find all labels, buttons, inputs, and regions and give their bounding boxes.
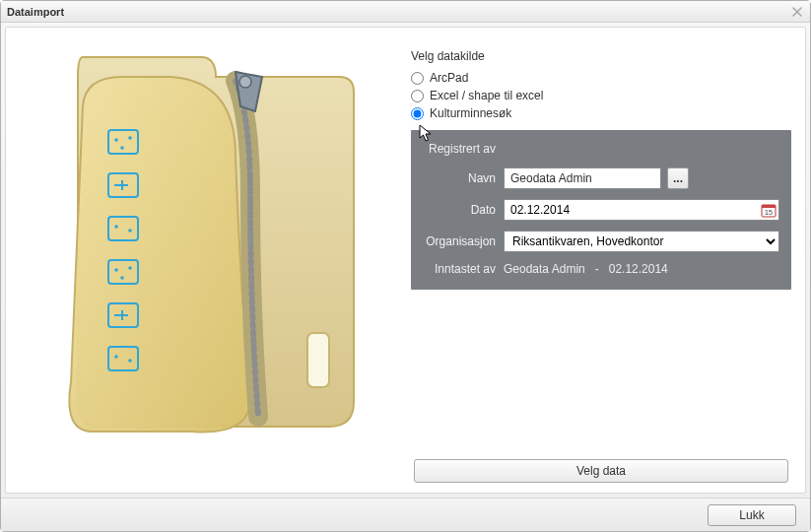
radio-kulturminnesok[interactable]: Kulturminnesøk [411,104,791,122]
calendar-icon[interactable]: 15 [761,202,777,218]
radio-arcpad-label: ArcPad [430,71,468,85]
svg-point-14 [128,266,132,270]
radio-arcpad-input[interactable] [411,72,424,85]
footer-bar: Lukk [1,498,810,531]
inntastet-label: Inntastet av [423,262,504,276]
dialog-window: Dataimport [0,0,811,532]
dato-field[interactable]: 15 [504,199,779,221]
navn-browse-button[interactable]: ... [667,167,689,189]
content-area: Velg datakilde ArcPad Excel / shape til … [5,27,806,494]
organisasjon-select[interactable]: Riksantikvaren, Hovedkontor [504,231,779,252]
radio-arcpad[interactable]: ArcPad [411,69,791,87]
lukk-button[interactable]: Lukk [708,504,796,526]
row-dato: Dato 15 [423,199,779,221]
svg-rect-0 [307,333,329,387]
svg-text:15: 15 [765,209,773,216]
radio-excel[interactable]: Excel / shape til excel [411,87,791,104]
radio-kulturminnesok-label: Kulturminnesøk [430,106,511,120]
cursor-icon [419,124,433,142]
radio-excel-input[interactable] [411,90,424,102]
svg-point-15 [120,276,124,280]
close-icon[interactable] [790,5,804,19]
svg-point-12 [128,229,132,233]
navn-input[interactable] [504,167,661,189]
row-organisasjon: Organisasjon Riksantikvaren, Hovedkontor [423,231,779,252]
svg-point-17 [128,359,132,363]
window-title: Dataimport [7,6,64,18]
datasource-radio-group: ArcPad Excel / shape til excel Kulturmin… [411,69,791,122]
inntastet-user: Geodata Admin [504,262,585,276]
row-navn: Navn ... [423,167,779,189]
velg-data-button[interactable]: Velg data [414,459,788,483]
inntastet-date: 02.12.2014 [609,262,668,276]
title-bar: Dataimport [1,1,810,23]
registrert-panel: Registrert av Navn ... Dato [411,130,791,290]
datasource-label: Velg datakilde [411,49,791,63]
row-inntastet: Inntastet av Geodata Admin - 02.12.2014 [423,262,779,276]
radio-excel-label: Excel / shape til excel [430,89,543,102]
organisasjon-label: Organisasjon [423,234,504,248]
svg-point-9 [128,136,132,140]
folder-zip-icon [43,47,378,441]
dato-label: Dato [423,203,504,217]
panel-title: Registrert av [429,142,779,156]
inntastet-sep: - [595,262,599,276]
svg-point-16 [114,355,118,359]
navn-label: Navn [423,171,504,185]
dato-input[interactable] [510,203,761,217]
velg-data-row: Velg data [411,459,791,483]
svg-point-11 [114,225,118,229]
svg-point-13 [114,268,118,272]
left-pane [16,37,405,483]
right-pane: Velg datakilde ArcPad Excel / shape til … [405,37,795,483]
svg-point-8 [114,138,118,142]
svg-point-1 [239,76,251,88]
svg-point-10 [120,146,124,150]
radio-kulturminnesok-input[interactable] [411,107,424,120]
svg-rect-19 [762,205,776,208]
